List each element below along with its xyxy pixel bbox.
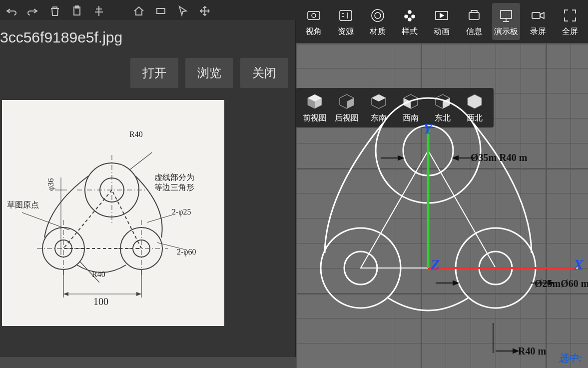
style-icon	[401, 6, 419, 24]
label-dashed-1: 虚线部分为	[154, 172, 194, 183]
tab-resource[interactable]: 资源	[332, 3, 360, 40]
align-icon[interactable]	[92, 4, 106, 18]
tab-label: 资源	[338, 26, 354, 37]
eye-icon	[305, 6, 323, 24]
rectangle-icon[interactable]	[154, 4, 168, 18]
record-icon	[529, 6, 547, 24]
tab-info[interactable]: 信息	[460, 3, 488, 40]
file-title: 3cc56f9189e5f.jpg	[0, 20, 295, 58]
label-2phi60: 2-φ60	[177, 248, 196, 256]
svg-point-16	[412, 15, 415, 18]
button-row: 打开 浏览 关闭	[0, 58, 295, 98]
cursor-icon[interactable]	[176, 4, 190, 18]
redo-icon[interactable]	[26, 4, 40, 18]
close-button[interactable]: 关闭	[240, 58, 288, 88]
svg-rect-19	[469, 12, 479, 20]
tab-label: 全屏	[562, 26, 578, 37]
blueprint-image: R40 φ36 草图原点 虚线部分为 等边三角形 2-φ25 R40 2-φ60…	[2, 100, 224, 326]
tab-record[interactable]: 录屏	[524, 3, 552, 40]
tab-label: 材质	[370, 26, 386, 37]
present-icon	[497, 6, 515, 24]
svg-rect-20	[501, 10, 512, 18]
dim-bottom: Ø25mØ60 m	[535, 278, 588, 290]
tab-label: 样式	[402, 26, 418, 37]
tab-material[interactable]: 材质	[364, 3, 392, 40]
svg-rect-2	[157, 8, 165, 14]
tab-animation[interactable]: 动画	[428, 3, 456, 40]
fullscreen-icon	[561, 6, 579, 24]
tab-label: 视角	[306, 26, 322, 37]
label-2phi25: 2-φ25	[172, 208, 191, 216]
paste-icon[interactable]	[70, 4, 84, 18]
home-icon[interactable]	[132, 4, 146, 18]
right-toolbar: 视角 资源 材质 样式 动画 信息 演示板 录屏	[296, 0, 588, 43]
svg-rect-21	[532, 12, 540, 18]
axis-y: Y	[423, 120, 432, 137]
dim-top: Ø35m R40 m	[471, 152, 527, 164]
svg-point-17	[408, 18, 411, 21]
label-phi36: φ36	[46, 178, 55, 190]
open-button[interactable]: 打开	[130, 58, 178, 88]
animation-icon	[433, 6, 451, 24]
label-100: 100	[93, 296, 108, 308]
label-dashed-2: 等边三角形	[154, 182, 194, 193]
svg-point-10	[312, 14, 316, 18]
tab-style[interactable]: 样式	[396, 3, 424, 40]
left-panel: 3cc56f9189e5f.jpg 打开 浏览 关闭	[0, 20, 296, 357]
selection-status: 选中:	[559, 352, 582, 365]
label-origin: 草图原点	[7, 200, 39, 210]
tab-view[interactable]: 视角	[300, 3, 328, 40]
tab-label: 演示板	[494, 26, 518, 37]
svg-rect-11	[340, 10, 352, 20]
dim-r40m: R40 m	[518, 346, 546, 357]
axis-z: Z	[431, 256, 440, 273]
browse-button[interactable]: 浏览	[185, 58, 233, 88]
label-r40-top: R40	[129, 130, 143, 139]
svg-point-15	[405, 15, 408, 18]
move-icon[interactable]	[198, 4, 212, 18]
viewport-3d[interactable]: 前视图 后视图 东南 西南 东北 西北	[296, 43, 588, 368]
svg-rect-9	[308, 12, 320, 20]
trash-icon[interactable]	[48, 4, 62, 18]
label-r40-bottom: R40	[92, 270, 105, 279]
right-panel: 视角 资源 材质 样式 动画 信息 演示板 录屏	[296, 0, 588, 368]
info-icon	[465, 6, 483, 24]
svg-point-12	[372, 10, 384, 22]
resource-icon	[337, 6, 355, 24]
sketch-canvas	[296, 43, 588, 368]
material-icon	[369, 6, 387, 24]
svg-point-14	[408, 10, 411, 14]
axis-x: X	[574, 256, 584, 273]
tab-label: 录屏	[530, 26, 546, 37]
tab-label: 动画	[434, 26, 450, 37]
undo-icon[interactable]	[4, 4, 18, 18]
svg-point-13	[375, 12, 381, 18]
tab-present[interactable]: 演示板	[492, 3, 520, 40]
tab-label: 信息	[466, 26, 482, 37]
tab-fullscreen[interactable]: 全屏	[556, 3, 584, 40]
